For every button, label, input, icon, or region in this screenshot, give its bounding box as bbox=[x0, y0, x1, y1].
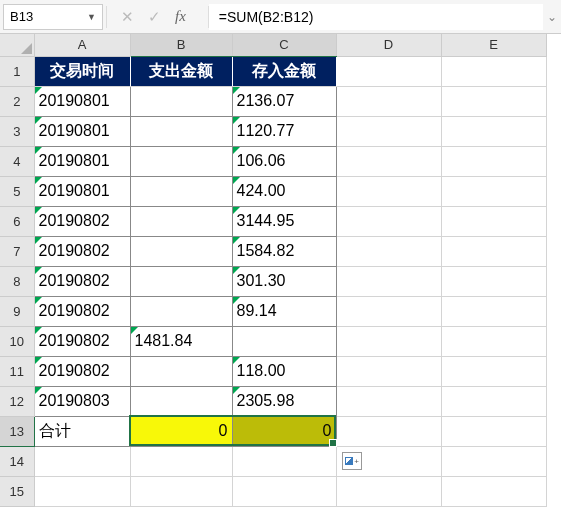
table-data-cell[interactable]: 2305.98 bbox=[232, 386, 336, 416]
row-head[interactable]: 7 bbox=[0, 236, 34, 266]
cell[interactable] bbox=[336, 266, 441, 296]
row-head[interactable]: 12 bbox=[0, 386, 34, 416]
table-data-cell[interactable]: 20190801 bbox=[34, 146, 130, 176]
table-data-cell[interactable] bbox=[130, 206, 232, 236]
row-head[interactable]: 15 bbox=[0, 476, 34, 506]
table-data-cell[interactable] bbox=[130, 356, 232, 386]
table-data-cell[interactable] bbox=[130, 386, 232, 416]
col-head-C[interactable]: C bbox=[232, 34, 336, 56]
table-data-cell[interactable]: 20190802 bbox=[34, 266, 130, 296]
row-head[interactable]: 1 bbox=[0, 56, 34, 86]
row-head[interactable]: 3 bbox=[0, 116, 34, 146]
row-head[interactable]: 8 bbox=[0, 266, 34, 296]
table-data-cell[interactable] bbox=[232, 326, 336, 356]
table-data-cell[interactable]: 20190801 bbox=[34, 86, 130, 116]
row-head[interactable]: 10 bbox=[0, 326, 34, 356]
cell[interactable] bbox=[232, 446, 336, 476]
col-head-A[interactable]: A bbox=[34, 34, 130, 56]
cell[interactable] bbox=[441, 476, 546, 506]
col-head-D[interactable]: D bbox=[336, 34, 441, 56]
total-value-cell[interactable]: 0 bbox=[232, 416, 336, 446]
cell[interactable] bbox=[441, 266, 546, 296]
cell[interactable] bbox=[336, 116, 441, 146]
cell[interactable] bbox=[336, 206, 441, 236]
cell[interactable] bbox=[441, 296, 546, 326]
cell[interactable] bbox=[34, 446, 130, 476]
cell[interactable] bbox=[441, 356, 546, 386]
cell[interactable] bbox=[336, 416, 441, 446]
cell[interactable] bbox=[130, 476, 232, 506]
col-head-B[interactable]: B bbox=[130, 34, 232, 56]
table-data-cell[interactable]: 106.06 bbox=[232, 146, 336, 176]
spreadsheet-grid[interactable]: A B C D E 1交易时间支出金额存入金额2201908012136.073… bbox=[0, 34, 547, 507]
cell[interactable] bbox=[336, 356, 441, 386]
fx-icon[interactable]: fx bbox=[175, 8, 194, 25]
formula-input[interactable]: =SUM(B2:B12) bbox=[209, 4, 543, 30]
table-data-cell[interactable]: 1120.77 bbox=[232, 116, 336, 146]
name-box[interactable]: B13 ▼ bbox=[3, 4, 103, 30]
table-data-cell[interactable]: 20190801 bbox=[34, 176, 130, 206]
expand-formula-icon[interactable]: ⌄ bbox=[543, 10, 561, 24]
chevron-down-icon[interactable]: ▼ bbox=[87, 12, 96, 22]
cell[interactable] bbox=[441, 86, 546, 116]
table-data-cell[interactable]: 301.30 bbox=[232, 266, 336, 296]
cell[interactable] bbox=[441, 236, 546, 266]
autofill-options-icon[interactable]: + bbox=[342, 452, 362, 470]
cell[interactable] bbox=[441, 56, 546, 86]
table-data-cell[interactable]: 424.00 bbox=[232, 176, 336, 206]
row-head[interactable]: 9 bbox=[0, 296, 34, 326]
row-head[interactable]: 13 bbox=[0, 416, 34, 446]
table-data-cell[interactable]: 118.00 bbox=[232, 356, 336, 386]
cell[interactable] bbox=[336, 386, 441, 416]
row-head[interactable]: 5 bbox=[0, 176, 34, 206]
row-head[interactable]: 4 bbox=[0, 146, 34, 176]
row-head[interactable]: 14 bbox=[0, 446, 34, 476]
table-data-cell[interactable]: 20190802 bbox=[34, 326, 130, 356]
table-header-cell[interactable]: 支出金额 bbox=[130, 56, 232, 86]
cell[interactable] bbox=[441, 446, 546, 476]
cell[interactable] bbox=[441, 206, 546, 236]
total-value-cell[interactable]: 0 bbox=[130, 416, 232, 446]
cell[interactable] bbox=[441, 116, 546, 146]
table-data-cell[interactable] bbox=[130, 266, 232, 296]
table-data-cell[interactable]: 3144.95 bbox=[232, 206, 336, 236]
table-data-cell[interactable] bbox=[130, 86, 232, 116]
table-data-cell[interactable]: 20190803 bbox=[34, 386, 130, 416]
cell[interactable] bbox=[441, 146, 546, 176]
table-data-cell[interactable] bbox=[130, 146, 232, 176]
cell[interactable] bbox=[34, 476, 130, 506]
total-label-cell[interactable]: 合计 bbox=[34, 416, 130, 446]
cell[interactable] bbox=[130, 446, 232, 476]
table-data-cell[interactable]: 20190802 bbox=[34, 356, 130, 386]
table-data-cell[interactable] bbox=[130, 296, 232, 326]
cell[interactable] bbox=[336, 296, 441, 326]
col-head-E[interactable]: E bbox=[441, 34, 546, 56]
table-data-cell[interactable]: 1481.84 bbox=[130, 326, 232, 356]
cell[interactable] bbox=[336, 236, 441, 266]
cell[interactable] bbox=[441, 386, 546, 416]
row-head[interactable]: 2 bbox=[0, 86, 34, 116]
cell[interactable] bbox=[441, 326, 546, 356]
table-header-cell[interactable]: 存入金额 bbox=[232, 56, 336, 86]
table-data-cell[interactable]: 20190801 bbox=[34, 116, 130, 146]
cell[interactable] bbox=[336, 86, 441, 116]
select-all-corner[interactable] bbox=[0, 34, 34, 56]
cell[interactable] bbox=[336, 146, 441, 176]
cell[interactable] bbox=[336, 56, 441, 86]
cell[interactable] bbox=[232, 476, 336, 506]
table-data-cell[interactable]: 20190802 bbox=[34, 206, 130, 236]
table-data-cell[interactable]: 2136.07 bbox=[232, 86, 336, 116]
table-data-cell[interactable] bbox=[130, 236, 232, 266]
table-header-cell[interactable]: 交易时间 bbox=[34, 56, 130, 86]
cell[interactable] bbox=[336, 476, 441, 506]
row-head[interactable]: 11 bbox=[0, 356, 34, 386]
table-data-cell[interactable]: 20190802 bbox=[34, 296, 130, 326]
table-data-cell[interactable] bbox=[130, 116, 232, 146]
table-data-cell[interactable]: 20190802 bbox=[34, 236, 130, 266]
table-data-cell[interactable]: 89.14 bbox=[232, 296, 336, 326]
cell[interactable] bbox=[336, 176, 441, 206]
cell[interactable] bbox=[441, 416, 546, 446]
row-head[interactable]: 6 bbox=[0, 206, 34, 236]
cell[interactable] bbox=[336, 326, 441, 356]
cell[interactable] bbox=[441, 176, 546, 206]
